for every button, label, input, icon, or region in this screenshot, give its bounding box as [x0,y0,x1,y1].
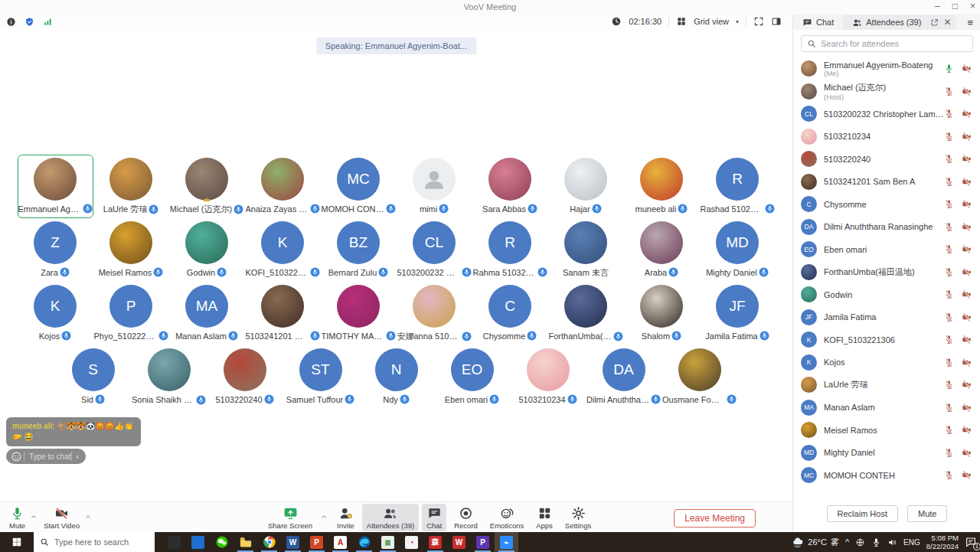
participant-tile[interactable]: Hajar [548,155,624,218]
fullscreen-icon[interactable] [753,16,764,27]
security-shield-icon[interactable] [24,17,34,27]
participant-tile[interactable]: Sara Abbas [472,155,548,218]
taskbar-app-word[interactable]: W [281,532,305,552]
toolbar-apps-button[interactable]: Apps [531,504,557,531]
toolbar-record-button[interactable]: Record [449,504,482,531]
volume-icon[interactable] [887,537,897,547]
chevron-up-icon[interactable] [84,513,92,521]
participant-tile[interactable]: KKojos [18,282,93,345]
view-mode-label[interactable]: Grid view [694,17,729,26]
participant-tile[interactable]: MAManan Aslam [169,282,245,345]
participant-tile[interactable]: 5103220240 [207,345,283,409]
camera-off-icon[interactable] [962,177,972,187]
taskbar-app-voov[interactable]: ⌁ [495,532,518,552]
taskbar-search-input[interactable]: Type here to search [34,532,155,552]
participant-tile[interactable]: Meisel Ramos [93,218,169,282]
participant-tile[interactable]: CChysomme [472,282,548,345]
notification-center-icon[interactable]: 1 [965,536,977,548]
tab-attendees[interactable]: Attendees (39) ✕ [843,15,956,30]
taskbar-app-powerpoint[interactable]: P [305,532,328,552]
taskbar-app-wps[interactable]: W [447,532,471,552]
taskbar-app-acrobat[interactable]: A [328,532,352,552]
camera-off-icon[interactable] [962,64,972,73]
camera-off-icon[interactable] [962,335,972,345]
participant-tile[interactable]: STSamuel Tuffour [283,345,358,409]
camera-off-icon[interactable] [962,289,972,299]
participant-tile[interactable]: Michael (迈克尔) [169,155,245,218]
mute-button[interactable]: Mute [907,505,947,522]
participant-tile[interactable]: mimi [397,155,472,218]
taskbar-app-red-app[interactable]: 森 [423,532,447,552]
participant-tile[interactable]: TIMOTHY MASUN... [321,282,397,345]
attendee-row[interactable]: CChysomme [793,193,980,216]
participant-tile[interactable]: MDMighty Daniel [700,218,776,282]
toolbar-attendees-39--button[interactable]: Attendees (39) [362,504,419,531]
toolbar-emoticons-button[interactable]: Emoticons [485,504,528,531]
mic-muted-icon[interactable] [944,199,954,209]
close-panel-icon[interactable]: ✕ [943,18,951,27]
reclaim-host-button[interactable]: Reclaim Host [827,505,898,522]
attendee-row[interactable]: EOEben omari [793,238,980,261]
participant-tile[interactable]: PPhyo_5102220227 [93,282,169,345]
mic-muted-icon[interactable] [944,244,954,254]
grid-view-icon[interactable] [676,16,687,27]
taskbar-app-chrome[interactable] [257,532,281,552]
mic-muted-icon[interactable] [944,312,954,322]
taskbar-app-purple-p-app[interactable]: P [471,532,495,552]
attendee-row[interactable]: MDMighty Daniel [793,442,980,465]
attendee-row[interactable]: DADilmi Anuththara Ranasinghe [793,216,980,239]
mic-on-icon[interactable] [944,64,954,73]
camera-off-icon[interactable] [962,132,972,142]
chat-collapse-icon[interactable]: ‹ [72,452,83,461]
mic-muted-icon[interactable] [944,425,954,435]
toolbar-start-video-button[interactable]: Start Video [39,504,84,531]
participant-tile[interactable]: Anaiza Zayas Garri... [245,155,321,218]
taskbar-app-terminal[interactable] [162,532,186,552]
maximize-button[interactable]: □ [952,1,958,11]
camera-off-icon[interactable] [962,403,972,413]
attendee-row[interactable]: ForthanUmba(福田温地) [793,261,980,284]
mic-muted-icon[interactable] [944,154,954,164]
mic-muted-icon[interactable] [944,403,954,413]
chevron-up-icon[interactable] [30,513,38,521]
microphone-tray-icon[interactable] [871,537,881,547]
attendee-row[interactable]: Michael (迈克尔)(Host) [793,80,980,103]
participant-tile[interactable]: RRashad 5102221201 [700,155,776,218]
close-button[interactable]: × [970,1,975,11]
attendee-search-input[interactable]: Search for attendees [801,35,973,52]
toolbar-invite-button[interactable]: Invite [332,504,359,531]
taskbar-app-mail[interactable] [186,532,210,552]
participant-tile[interactable]: Emmanuel Agyeni... [18,155,93,218]
participant-tile[interactable]: 5103210234 [510,345,586,409]
weather-widget[interactable]: 26°C 雾 [792,536,839,548]
language-indicator[interactable]: ENG [903,538,920,547]
attendee-row[interactable]: KKOFI_5103221306 [793,328,980,351]
taskbar-app-palette-app[interactable]: ◔ [400,532,423,552]
mic-muted-icon[interactable] [944,109,954,119]
panel-menu-icon[interactable]: ≡ [967,17,973,28]
participant-tile[interactable]: KKOFI_5103221306 [245,218,321,282]
chat-input-placeholder[interactable]: Type to chat [24,452,71,461]
attendee-row[interactable]: KKojos [793,351,980,374]
participant-tile[interactable]: NNdy [358,345,434,409]
participant-tile[interactable]: 安娜anna 5103221... [397,282,472,345]
attendee-row[interactable]: 5103220240 [793,148,980,171]
chevron-up-icon[interactable] [320,513,328,521]
mic-muted-icon[interactable] [944,87,954,96]
participant-tile[interactable]: Sanam 未言 [548,218,624,282]
camera-off-icon[interactable] [962,222,972,232]
attendee-row[interactable]: Emmanuel Agyenim-Boateng(Me) [793,57,980,80]
attendee-row[interactable]: NNdy [793,487,980,491]
camera-off-icon[interactable] [962,312,972,322]
participant-tile[interactable]: ZZara [18,218,93,282]
participant-tile[interactable]: Sonia Shaikh 胡娟 [131,345,207,409]
camera-off-icon[interactable] [962,448,972,458]
attendee-row[interactable]: Meisel Ramos [793,419,980,442]
participant-tile[interactable]: SSid [55,345,131,409]
participant-tile[interactable]: LaUrle 劳瑞 [93,155,169,218]
emoji-button-icon[interactable] [11,452,21,462]
mic-muted-icon[interactable] [944,358,954,367]
participant-tile[interactable]: EOEben omari [434,345,510,409]
taskbar-app-notes[interactable]: ≣ [376,532,400,552]
network-signal-icon[interactable] [43,17,53,27]
